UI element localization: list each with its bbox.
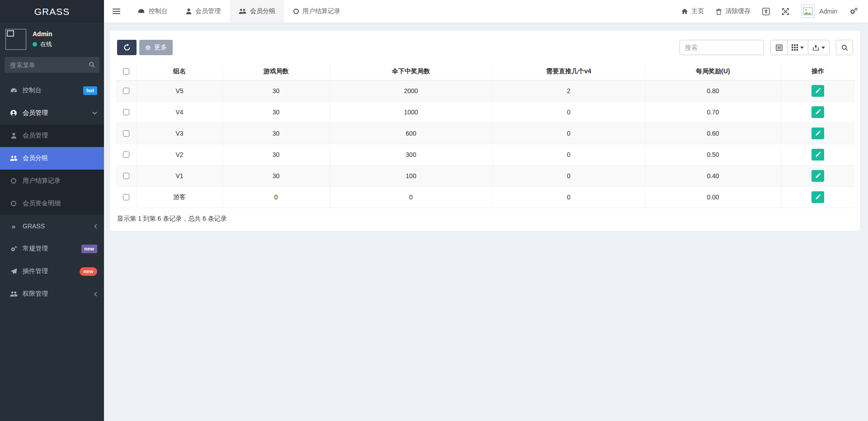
sidebar-item-user-settlement-records[interactable]: 用户结算记录 bbox=[0, 170, 104, 192]
brand-logo: GRASS bbox=[0, 0, 104, 23]
row-checkbox[interactable] bbox=[123, 109, 129, 115]
user-name: Admin bbox=[33, 30, 52, 38]
table-cell: 0.00 bbox=[645, 186, 781, 208]
table-cell: V3 bbox=[137, 123, 222, 144]
row-checkbox[interactable] bbox=[123, 151, 129, 158]
chevron-left-icon bbox=[94, 224, 97, 229]
caret-down-icon bbox=[821, 47, 825, 49]
tab-member-group[interactable]: 会员分组 bbox=[230, 0, 284, 23]
user-circle-icon bbox=[8, 109, 19, 117]
home-icon bbox=[681, 8, 688, 14]
table-cell: 游客 bbox=[137, 186, 222, 208]
row-checkbox[interactable] bbox=[123, 88, 129, 94]
users-icon bbox=[8, 155, 19, 161]
tab-dashboard[interactable]: 控制台 bbox=[128, 0, 177, 23]
pencil-icon bbox=[815, 194, 821, 200]
sidebar-item-auth-management[interactable]: 权限管理 bbox=[0, 283, 104, 305]
toggle-view-button[interactable] bbox=[770, 40, 788, 55]
users-icon bbox=[239, 8, 246, 14]
nav-home-label: 主页 bbox=[691, 7, 704, 15]
export-button[interactable] bbox=[808, 40, 830, 55]
row-actions-cell bbox=[781, 144, 855, 165]
toolbar: 更多 bbox=[116, 40, 854, 55]
trash-icon bbox=[716, 8, 722, 15]
table-cell: 30 bbox=[222, 80, 330, 101]
table-cell: 0 bbox=[492, 123, 645, 144]
edit-button[interactable] bbox=[811, 191, 824, 203]
table-cell: V5 bbox=[137, 80, 222, 101]
table-cell: 1000 bbox=[330, 101, 492, 123]
edit-button[interactable] bbox=[811, 149, 824, 161]
sidebar-item-general-management[interactable]: 常规管理new bbox=[0, 237, 104, 260]
column-header: 伞下中奖局数 bbox=[330, 63, 492, 80]
data-table: 组名游戏局数伞下中奖局数需要直推几个v4每局奖励(U)操作 V530200020… bbox=[116, 63, 855, 208]
tab-label: 会员分组 bbox=[250, 7, 275, 15]
sidebar-item-member-list[interactable]: 会员管理 bbox=[0, 124, 104, 147]
more-button[interactable]: 更多 bbox=[139, 40, 173, 55]
user-panel: Admin 在线 bbox=[0, 23, 104, 54]
search-toggle-button[interactable] bbox=[836, 40, 853, 55]
table-cell: 0.80 bbox=[645, 80, 781, 101]
row-checkbox[interactable] bbox=[123, 130, 129, 137]
edit-button[interactable] bbox=[811, 85, 824, 97]
tab-bar: 控制台会员管理会员分组用户结算记录 bbox=[128, 0, 349, 23]
language-icon[interactable] bbox=[762, 8, 770, 15]
sidebar-item-member-fund-details[interactable]: 会员资金明细 bbox=[0, 192, 104, 215]
table-cell: 300 bbox=[330, 144, 492, 165]
badge-hot: hot bbox=[83, 86, 97, 95]
sidebar-item-member-group[interactable]: 会员分组 bbox=[0, 147, 104, 170]
sidebar-item-dashboard[interactable]: 控制台hot bbox=[0, 79, 104, 102]
search-icon bbox=[89, 61, 95, 68]
table-view-button-group bbox=[770, 40, 830, 55]
table-search-input[interactable] bbox=[679, 40, 764, 55]
sidebar-item-label: 会员资金明细 bbox=[23, 199, 61, 208]
search-icon bbox=[841, 44, 848, 51]
edit-button[interactable] bbox=[811, 128, 824, 139]
badge-new: new bbox=[80, 267, 97, 276]
table-cell: V2 bbox=[137, 144, 222, 165]
main-content: 更多 bbox=[104, 24, 868, 421]
sidebar-item-label: GRASS bbox=[23, 222, 45, 230]
nav-clear-cache[interactable]: 清除缓存 bbox=[716, 7, 750, 15]
select-all-checkbox[interactable] bbox=[123, 68, 129, 75]
column-header: 游戏局数 bbox=[222, 63, 330, 80]
user-icon bbox=[186, 8, 192, 14]
edit-button[interactable] bbox=[811, 106, 824, 118]
row-checkbox[interactable] bbox=[123, 194, 129, 200]
sidebar-item-member-management[interactable]: 会员管理 bbox=[0, 102, 104, 124]
table-cell: 2 bbox=[492, 80, 645, 101]
pencil-icon bbox=[815, 130, 821, 136]
navbar-username: Admin bbox=[819, 8, 837, 15]
fullscreen-icon[interactable] bbox=[782, 8, 789, 15]
caret-down-icon bbox=[800, 47, 804, 49]
select-all-header bbox=[116, 63, 137, 80]
circle-o-icon bbox=[293, 9, 299, 14]
settings-gears-icon[interactable] bbox=[849, 7, 858, 15]
row-actions-cell bbox=[781, 186, 855, 208]
user-icon bbox=[8, 132, 19, 139]
sidebar: GRASS Admin 在线 控制台hot会员管理会员管理会员分组用户结算记录会… bbox=[0, 0, 104, 421]
columns-button[interactable] bbox=[787, 40, 808, 55]
row-checkbox[interactable] bbox=[123, 173, 129, 179]
sidebar-item-addon-management[interactable]: 插件管理new bbox=[0, 260, 104, 283]
menu-search-input[interactable] bbox=[5, 57, 99, 73]
table-cell: 0 bbox=[330, 186, 492, 208]
sidebar-item-label: 权限管理 bbox=[23, 290, 48, 298]
menu-toggle-icon[interactable] bbox=[104, 0, 128, 23]
refresh-button[interactable] bbox=[117, 40, 137, 55]
user-menu[interactable]: Admin bbox=[801, 5, 837, 18]
nav-home[interactable]: 主页 bbox=[681, 7, 704, 15]
sidebar-item-grass[interactable]: »GRASS bbox=[0, 215, 104, 237]
row-select-cell bbox=[116, 123, 137, 144]
table-cell: 0.40 bbox=[645, 165, 781, 186]
column-header: 需要直推几个v4 bbox=[492, 63, 645, 80]
tab-label: 控制台 bbox=[149, 7, 168, 15]
tab-member-list[interactable]: 会员管理 bbox=[177, 0, 230, 23]
chevron-down-icon bbox=[92, 111, 97, 115]
tachometer-icon bbox=[137, 8, 145, 14]
edit-button[interactable] bbox=[811, 170, 824, 182]
tab-user-settlement-records[interactable]: 用户结算记录 bbox=[284, 0, 349, 23]
table-cell: 600 bbox=[330, 123, 492, 144]
circle-o-icon bbox=[8, 178, 19, 184]
table-cell: 0 bbox=[222, 186, 330, 208]
